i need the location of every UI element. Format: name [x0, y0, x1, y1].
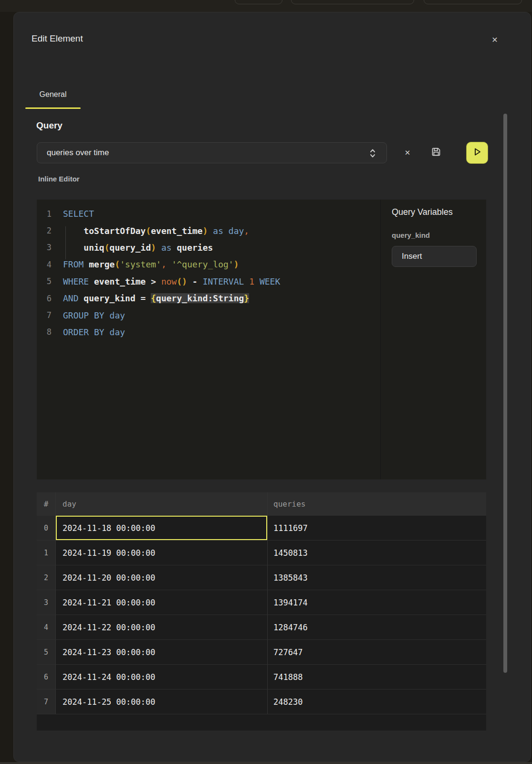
header-cell-day: day — [56, 492, 268, 516]
code-token — [156, 243, 161, 253]
day-cell[interactable]: 2024-11-21 00:00:00 — [56, 590, 268, 615]
code-token: { — [151, 293, 156, 303]
header-cell-queries: queries — [268, 492, 486, 516]
code-token — [244, 276, 249, 286]
code-text: FROM merge('system', '^query_log') — [56, 259, 239, 269]
clear-query-button[interactable]: ✕ — [401, 146, 414, 159]
row-index-cell: 5 — [37, 640, 56, 664]
line-number: 5 — [37, 276, 56, 286]
line-number: 6 — [37, 294, 56, 303]
code-token — [63, 243, 83, 253]
code-token — [172, 243, 177, 253]
day-cell[interactable]: 2024-11-18 00:00:00 — [56, 516, 268, 540]
code-token: () — [177, 276, 187, 286]
code-token: ( — [146, 226, 151, 236]
queries-cell[interactable]: 727647 — [268, 640, 486, 664]
code-token: SELECT — [63, 209, 94, 219]
code-token: toStartOfDay — [83, 226, 146, 236]
topbar-button[interactable] — [291, 0, 414, 4]
tab-general[interactable]: General — [25, 84, 81, 105]
code-token — [146, 276, 151, 286]
topbar-button[interactable] — [235, 0, 282, 4]
code-token: ( — [104, 243, 110, 253]
code-token — [63, 226, 83, 236]
sql-editor[interactable]: 1SELECT2 toStartOfDay(event_time) as day… — [37, 200, 486, 479]
code-text: GROUP BY day — [56, 310, 125, 320]
code-token: merge — [89, 259, 115, 269]
code-token: 1 — [249, 276, 254, 286]
table-row: 12024-11-19 00:00:001450813 — [37, 541, 486, 565]
code-text: ORDER BY day — [56, 327, 125, 337]
run-query-button[interactable] — [466, 142, 488, 164]
line-number: 4 — [37, 260, 56, 269]
queries-cell[interactable]: 248230 — [268, 690, 486, 714]
code-token: queries — [177, 243, 213, 253]
line-number: 8 — [37, 327, 56, 337]
code-token — [83, 259, 89, 269]
background-topbar — [0, 0, 532, 12]
table-row: 52024-11-23 00:00:00727647 — [37, 640, 486, 665]
code-token: ORDER BY — [63, 327, 104, 337]
row-index-cell: 1 — [37, 541, 56, 565]
code-token: = — [141, 293, 146, 303]
screen: Edit Element ✕ General Query queries ove… — [0, 0, 532, 764]
queries-cell[interactable]: 1450813 — [268, 541, 486, 565]
code-token — [136, 293, 141, 303]
queries-cell[interactable]: 1394174 — [268, 590, 486, 615]
code-line: 6AND query_kind = {query_kind:String} — [37, 290, 380, 307]
table-row: 32024-11-21 00:00:001394174 — [37, 590, 486, 615]
insert-variable-button[interactable]: Insert — [392, 246, 477, 267]
results-table: #dayqueries 02024-11-18 00:00:0011116971… — [37, 492, 486, 731]
code-token: query_id — [110, 243, 151, 253]
code-token: INTERVAL — [203, 276, 244, 286]
day-cell[interactable]: 2024-11-23 00:00:00 — [56, 640, 268, 664]
queries-cell[interactable]: 1284746 — [268, 615, 486, 639]
code-token: WHERE — [63, 276, 89, 286]
chevron-up-down-icon — [369, 148, 376, 161]
code-token: , — [161, 259, 167, 269]
code-token — [208, 226, 213, 236]
saved-query-select[interactable]: queries over time — [37, 142, 387, 163]
code-token: uniq — [83, 243, 104, 253]
close-button[interactable]: ✕ — [488, 32, 502, 47]
code-token: GROUP BY — [63, 310, 104, 320]
queries-cell[interactable]: 1111697 — [268, 516, 486, 540]
row-index-cell: 4 — [37, 615, 56, 639]
day-cell[interactable]: 2024-11-19 00:00:00 — [56, 541, 268, 565]
code-text: uniq(query_id) as queries — [56, 243, 213, 253]
modal-title: Edit Element — [31, 33, 83, 44]
edit-element-modal: Edit Element ✕ General Query queries ove… — [13, 12, 531, 762]
modal-scrollbar-thumb[interactable] — [503, 114, 507, 673]
save-icon — [431, 147, 441, 159]
code-text: WHERE event_time > now() - INTERVAL 1 WE… — [56, 276, 280, 286]
code-token: day — [110, 310, 125, 320]
query-heading: Query — [36, 120, 63, 131]
queries-cell[interactable]: 1385843 — [268, 565, 486, 590]
code-token: AND — [63, 293, 79, 303]
save-query-button[interactable] — [429, 146, 443, 159]
day-cell[interactable]: 2024-11-25 00:00:00 — [56, 690, 268, 714]
day-cell[interactable]: 2024-11-24 00:00:00 — [56, 665, 268, 689]
queries-cell[interactable]: 741888 — [268, 665, 486, 689]
day-cell[interactable]: 2024-11-22 00:00:00 — [56, 615, 268, 639]
query-variables-heading: Query Variables — [392, 207, 453, 217]
code-line: 7GROUP BY day — [37, 307, 380, 323]
row-index-cell: 2 — [37, 565, 56, 590]
code-token: , — [244, 226, 249, 236]
code-token: - — [192, 276, 198, 286]
close-icon: ✕ — [491, 35, 498, 44]
code-token — [198, 276, 203, 286]
table-row: 42024-11-22 00:00:001284746 — [37, 615, 486, 640]
code-token: } — [244, 293, 249, 303]
row-index-cell: 3 — [37, 590, 56, 615]
code-token — [254, 276, 260, 286]
code-line: 1SELECT — [37, 205, 380, 222]
topbar-button[interactable] — [424, 0, 522, 4]
code-token — [156, 276, 161, 286]
code-token — [223, 226, 229, 236]
day-cell[interactable]: 2024-11-20 00:00:00 — [56, 565, 268, 590]
table-body: 02024-11-18 00:00:00111169712024-11-19 0… — [37, 516, 486, 714]
editor-divider — [380, 200, 381, 479]
code-token: as — [213, 226, 223, 236]
code-text: AND query_kind = {query_kind:String} — [56, 293, 249, 303]
